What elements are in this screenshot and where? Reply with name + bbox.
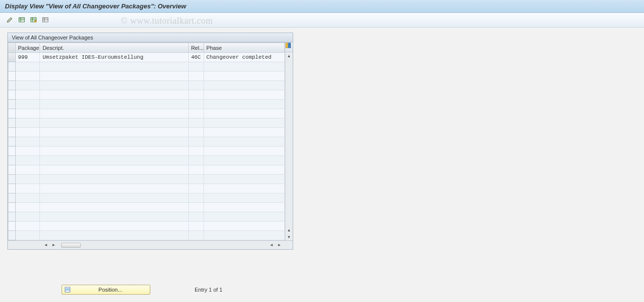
table-icon — [30, 16, 37, 24]
row-selector[interactable] — [8, 137, 16, 147]
row-selector[interactable] — [8, 128, 16, 137]
table-row[interactable] — [8, 72, 285, 81]
table-row[interactable] — [8, 62, 285, 72]
horizontal-scrollbar[interactable]: ◄ ► ◄ ► — [8, 240, 293, 249]
data-grid: Package Descript. Rel... Phase 999Umsetz… — [8, 42, 285, 240]
col-header-phase[interactable]: Phase — [203, 43, 284, 53]
table-row[interactable] — [8, 193, 285, 203]
entry-count-text: Entry 1 of 1 — [195, 287, 222, 293]
row-selector[interactable] — [8, 212, 16, 222]
table-row[interactable] — [8, 90, 285, 100]
page-title-text: Display View "View of All Changeover Pac… — [5, 2, 186, 10]
scroll-right2-icon[interactable]: ► — [276, 242, 283, 249]
row-selector[interactable] — [8, 156, 16, 165]
table-row[interactable] — [8, 231, 285, 240]
table-row[interactable] — [8, 81, 285, 90]
table-row[interactable] — [8, 156, 285, 165]
table-icon — [18, 16, 25, 24]
cell-descript[interactable]: Umsetzpaket IDES-Euroumstellung — [40, 53, 188, 62]
table-caption: View of All Changeover Packages — [8, 33, 293, 42]
toolbar — [0, 13, 644, 28]
row-selector[interactable] — [8, 81, 16, 90]
toolbar-edit-button[interactable] — [5, 15, 15, 25]
main-content: View of All Changeover Packages Package — [0, 28, 644, 255]
row-selector[interactable] — [8, 222, 16, 231]
row-selector[interactable] — [8, 118, 16, 128]
row-selector[interactable] — [8, 62, 16, 72]
row-selector[interactable] — [8, 147, 16, 156]
pencil-icon — [6, 16, 13, 24]
toolbar-table-3-button[interactable] — [40, 15, 50, 25]
table-row[interactable] — [8, 100, 285, 109]
table-row[interactable] — [8, 118, 285, 128]
table-row[interactable] — [8, 222, 285, 231]
table-row[interactable] — [8, 212, 285, 222]
table-row[interactable] — [8, 109, 285, 118]
row-selector[interactable] — [8, 72, 16, 81]
scroll-right-icon[interactable]: ► — [50, 242, 57, 249]
row-selector[interactable] — [8, 175, 16, 184]
page-title: Display View "View of All Changeover Pac… — [0, 0, 644, 13]
table-container: View of All Changeover Packages Package — [7, 33, 293, 250]
hscroll-thumb[interactable] — [61, 243, 81, 248]
footer: Position... Entry 1 of 1 — [62, 285, 222, 295]
table-row[interactable] — [8, 147, 285, 156]
row-selector[interactable] — [8, 100, 16, 109]
table-row[interactable] — [8, 137, 285, 147]
toolbar-table-1-button[interactable] — [17, 15, 27, 25]
col-header-descript[interactable]: Descript. — [40, 43, 188, 53]
toolbar-table-2-button[interactable] — [29, 15, 38, 25]
table-row[interactable] — [8, 165, 285, 175]
svg-point-8 — [34, 20, 36, 22]
svg-rect-14 — [288, 43, 291, 48]
row-selector[interactable] — [8, 109, 16, 118]
position-label: Position... — [73, 287, 148, 293]
scroll-down2-icon[interactable]: ▼ — [286, 233, 293, 240]
scroll-left2-icon[interactable]: ◄ — [268, 242, 275, 249]
scroll-left-icon[interactable]: ◄ — [42, 242, 49, 249]
row-selector[interactable] — [8, 165, 16, 175]
table-row[interactable] — [8, 203, 285, 212]
table-row[interactable] — [8, 128, 285, 137]
row-selector[interactable] — [8, 203, 16, 212]
row-selector[interactable] — [8, 184, 16, 193]
cell-phase[interactable]: Changeover completed — [203, 53, 284, 62]
position-button[interactable]: Position... — [62, 285, 150, 295]
col-header-rel[interactable]: Rel... — [188, 43, 203, 53]
col-header-package[interactable]: Package — [15, 43, 40, 53]
table-settings-icon[interactable] — [285, 42, 293, 52]
table-row[interactable]: 999Umsetzpaket IDES-Euroumstellung46CCha… — [8, 53, 285, 62]
scroll-up-icon[interactable]: ▲ — [286, 52, 293, 59]
row-selector[interactable] — [8, 193, 16, 203]
svg-rect-18 — [65, 289, 70, 290]
row-selector[interactable] — [8, 231, 16, 240]
row-selector-header[interactable] — [8, 43, 16, 53]
vertical-scrollbar[interactable]: ▲ ▲ ▼ — [285, 42, 293, 240]
scroll-down-icon[interactable]: ▲ — [286, 226, 293, 233]
position-icon — [64, 286, 71, 293]
row-selector[interactable] — [8, 53, 16, 62]
table-row[interactable] — [8, 175, 285, 184]
cell-rel[interactable]: 46C — [188, 53, 203, 62]
table-row[interactable] — [8, 184, 285, 193]
row-selector[interactable] — [8, 90, 16, 100]
table-icon — [42, 16, 49, 24]
header-row: Package Descript. Rel... Phase — [8, 43, 285, 53]
svg-rect-13 — [286, 43, 288, 48]
cell-package[interactable]: 999 — [15, 53, 40, 62]
